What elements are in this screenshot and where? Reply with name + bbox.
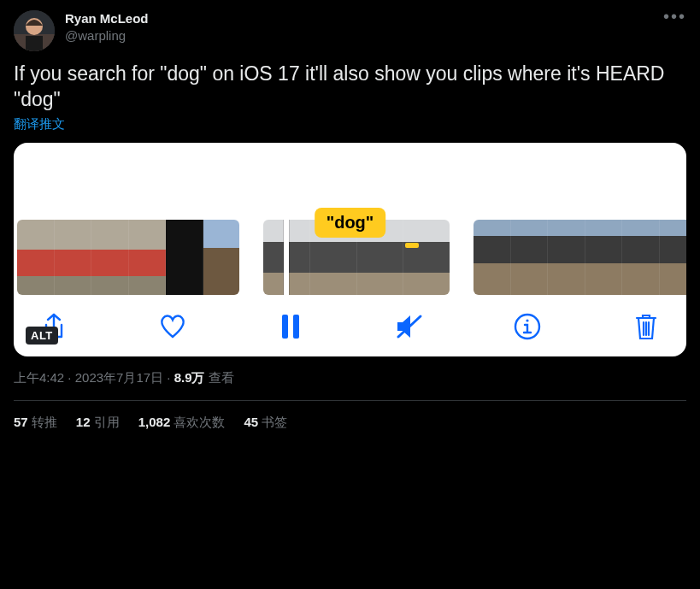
- avatar[interactable]: [14, 10, 55, 51]
- tweet-stats: 57 转推 12 引用 1,082 喜欢次数 45 书签: [14, 401, 686, 431]
- svg-rect-4: [282, 315, 288, 339]
- svg-rect-5: [293, 315, 299, 339]
- media-toolbar: [14, 295, 686, 346]
- clip-thumbnail-group[interactable]: [474, 220, 686, 295]
- pause-icon[interactable]: [276, 312, 305, 341]
- tweet-text: If you search for "dog" on iOS 17 it'll …: [14, 62, 686, 113]
- caption-bubble: "dog": [315, 208, 386, 238]
- tweet-header: Ryan McLeod @warpling: [14, 10, 686, 51]
- tweet-time: 上午4:42: [14, 370, 64, 385]
- svg-point-8: [526, 319, 529, 321]
- views-label: 查看: [209, 370, 234, 385]
- display-name: Ryan McLeod: [65, 10, 149, 27]
- trash-icon[interactable]: [632, 312, 661, 341]
- views-count: 8.9万: [174, 370, 205, 385]
- clip-thumbnail-group[interactable]: [17, 220, 239, 295]
- tweet-container: ••• Ryan McLeod @warpling If you search …: [0, 0, 700, 431]
- handle: @warpling: [65, 27, 149, 44]
- info-icon[interactable]: [513, 312, 542, 341]
- more-options-button[interactable]: •••: [663, 7, 686, 27]
- tweet-meta[interactable]: 上午4:42 · 2023年7月17日 · 8.9万 查看: [14, 356, 686, 401]
- bookmarks-stat[interactable]: 45 书签: [244, 415, 287, 431]
- translate-link[interactable]: 翻译推文: [14, 116, 65, 133]
- quotes-stat[interactable]: 12 引用: [76, 415, 120, 431]
- author-name-block[interactable]: Ryan McLeod @warpling: [65, 10, 149, 44]
- alt-badge[interactable]: ALT: [26, 327, 58, 345]
- svg-rect-3: [26, 36, 43, 51]
- scrubber-playhead[interactable]: [284, 220, 289, 295]
- mute-icon[interactable]: [395, 312, 424, 341]
- retweets-stat[interactable]: 57 转推: [14, 415, 57, 431]
- playhead-marker: [405, 243, 419, 248]
- tweet-date: 2023年7月17日: [75, 370, 163, 385]
- media-card[interactable]: "dog": [14, 143, 686, 356]
- likes-stat[interactable]: 1,082 喜欢次数: [138, 415, 226, 431]
- heart-icon[interactable]: [158, 312, 187, 341]
